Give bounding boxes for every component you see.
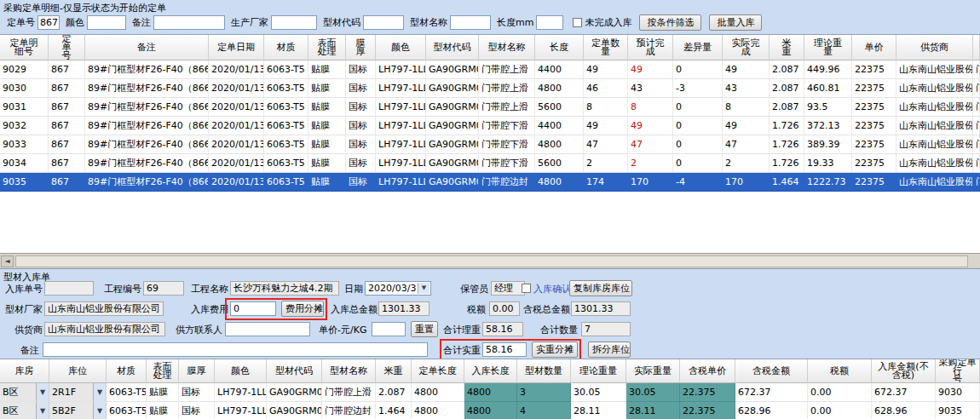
inbound-confirm-checkbox[interactable] [522,284,531,293]
column-header[interactable]: 型材名称 [322,359,376,383]
calendar-dropdown-icon[interactable]: ▼ [418,283,429,294]
column-header[interactable]: 入库金额(不 含税) [872,359,936,383]
combo-cell[interactable]: 2R1F▼ [49,383,107,402]
column-header[interactable]: 含税单价 [680,359,735,383]
table-row[interactable]: 903386789#门框型材F26-F40（866+867）2020/01/13… [0,135,980,154]
column-header[interactable]: 实际重量 [626,359,680,383]
column-header[interactable]: 定单长度 [412,359,464,383]
column-header[interactable]: 表面 处理 [308,35,346,60]
horizontal-scrollbar[interactable]: ◄ [0,253,980,268]
column-header[interactable]: 型材代码 [267,359,322,383]
filter-by-condition-button[interactable]: 按条件筛选 [639,14,701,31]
column-header[interactable]: 单价 [852,35,896,60]
column-header[interactable]: 材质 [264,35,308,60]
column-header[interactable]: 米 重 [770,35,804,60]
column-header[interactable]: 理论重量 [571,359,626,383]
column-header[interactable]: 膜厚 [179,359,215,383]
filter-input[interactable] [87,15,126,30]
filter-input[interactable] [536,15,563,30]
column-header[interactable]: 供货商 [896,35,973,60]
cell: 2020/01/13 [209,60,264,79]
column-header[interactable]: 库房 [0,359,49,383]
column-header[interactable]: 表面 处理 [147,359,179,383]
date-combobox[interactable]: 2020/03/31▼ [365,281,431,296]
cell: 2 [584,154,628,173]
chevron-down-icon[interactable]: ▼ [36,383,49,401]
unfinished-checkbox-label: 未完成入库 [585,16,631,29]
cell: 89#门框型材F26-F40（866+867） [85,117,209,135]
cell: 2020/01/13 [209,79,264,98]
column-header[interactable]: 采购定单行 号 [936,359,980,383]
chevron-down-icon[interactable]: ▼ [93,402,106,419]
filter-input[interactable] [450,15,491,30]
column-header[interactable]: 型材数量 [517,359,571,383]
column-header[interactable]: 定单日期 [209,35,264,60]
column-header[interactable]: 颜色 [215,359,267,383]
combo-cell[interactable]: B区▼ [0,383,49,402]
table-row[interactable]: B区▼5B2F▼6063-T5贴膜国标LH797-1LL0GA90GRM05门带… [0,402,980,419]
table-row[interactable]: 903186789#门框型材F26-F40（866+867）2020/01/13… [0,98,980,117]
fee-input[interactable]: 0 [230,301,276,316]
column-header[interactable]: 入库长度 [464,359,517,383]
cell: 门 [973,98,980,117]
column-header[interactable]: 定单明 细号 [0,35,49,60]
column-header[interactable]: 含税金额 [735,359,808,383]
column-header[interactable]: 型材代码 [426,35,479,60]
column-header[interactable]: 型材名称 [479,35,535,60]
column-header[interactable]: 长度 [535,35,584,60]
column-header[interactable]: 膜 厚 [346,35,376,60]
contact-input[interactable] [225,322,310,336]
copy-warehouse-button[interactable]: 复制库房库位 [569,280,632,296]
column-header[interactable] [973,35,980,60]
column-header[interactable]: 材质 [107,359,147,383]
cell: LH797-1LL0 [376,60,426,79]
chevron-down-icon[interactable]: ▼ [36,402,49,419]
table-row[interactable]: 903486789#门框型材F26-F40（866+867）2020/01/13… [0,154,980,173]
column-header[interactable]: 差异量 [673,35,723,60]
remark-input[interactable] [43,342,428,357]
cell: 19.33 [804,154,852,173]
cell: 0 [673,135,723,154]
cell: 5600 [535,98,584,117]
scrollbar-thumb[interactable] [15,255,968,267]
batch-inbound-button[interactable]: 批量入库 [709,14,762,31]
cell: GA90GRM03 [426,60,479,79]
column-header[interactable]: 备注 [85,35,209,60]
filter-input[interactable] [271,15,317,30]
keeper-field: 经理 [491,281,525,296]
combo-cell[interactable]: B区▼ [0,402,49,419]
table-row[interactable]: 903286789#门框型材F26-F40（866+867）2020/01/13… [0,117,980,135]
filter-input[interactable]: 867 [37,15,60,30]
column-header[interactable]: 定单数 量 [584,35,628,60]
column-header[interactable]: 库位 [49,359,107,383]
cell: GA90GRM03 [267,383,322,402]
actual-apportion-button[interactable]: 实重分摊 [532,342,578,358]
column-header[interactable]: 实际完 成 [723,35,770,60]
actual-weight-input[interactable]: 58.16 [482,342,527,357]
chevron-down-icon[interactable]: ▼ [93,383,106,401]
column-header[interactable]: 米重 [376,359,412,383]
column-header[interactable]: 理论重 量 [804,35,852,60]
column-header[interactable]: 定 单 号 [49,35,85,60]
unfinished-checkbox[interactable] [573,18,582,27]
unit-price-input[interactable] [372,322,406,336]
table-row[interactable]: 903086789#门框型材F26-F40（866+867）2020/01/13… [0,79,980,98]
split-location-button[interactable]: 拆分库位 [588,342,631,358]
cell: 170 [628,173,673,192]
filter-input[interactable] [153,15,225,30]
table-row[interactable]: 903586789#门框型材F26-F40（866+867）2020/01/13… [0,173,980,192]
reset-button[interactable]: 重置 [411,321,438,337]
table-row[interactable]: 902986789#门框型材F26-F40（866+867）2020/01/13… [0,60,980,79]
filter-input[interactable] [363,15,404,30]
scroll-left-button[interactable]: ◄ [1,255,14,267]
column-header[interactable]: 预计完 成 [628,35,673,60]
table-row[interactable]: B区▼2R1F▼6063-T5贴膜国标LH797-1LL0GA90GRM03门带… [0,383,980,402]
column-header[interactable]: 颜色 [376,35,426,60]
cell: 8 [628,98,673,117]
table-header-row: 库房库位材质表面 处理膜厚颜色型材代码型材名称米重定单长度入库长度型材数量理论重… [0,359,980,383]
cell: GA90GRM05 [267,402,322,419]
amount-field: 1301.33 [378,301,429,316]
fee-apportion-button[interactable]: 费用分摊 [281,301,324,317]
combo-cell[interactable]: 5B2F▼ [49,402,107,419]
column-header[interactable]: 税额 [808,359,872,383]
